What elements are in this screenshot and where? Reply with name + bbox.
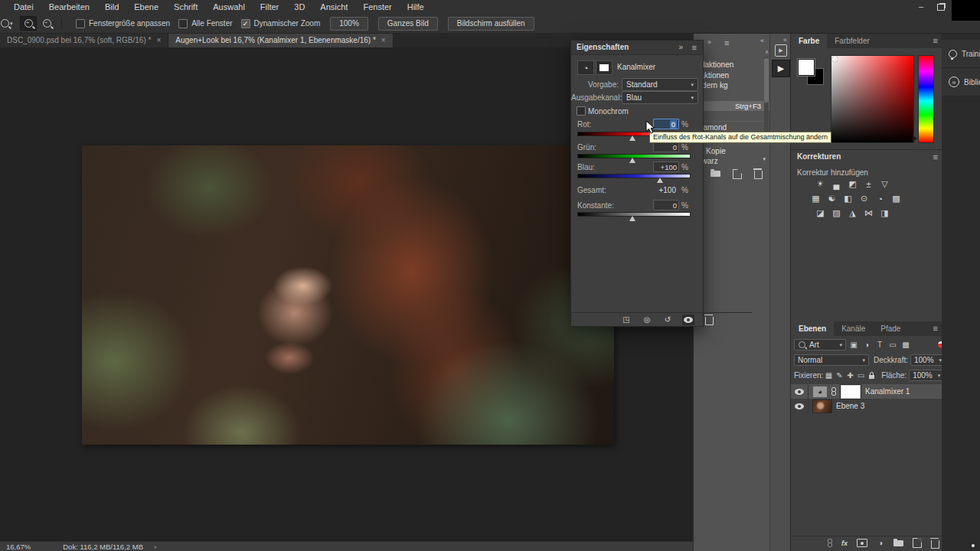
levels-icon[interactable]: ▄	[830, 178, 843, 190]
minimize-icon[interactable]: –	[919, 2, 923, 11]
panel-menu-icon[interactable]: ≡	[933, 152, 938, 161]
output-channel-dropdown[interactable]: Blau ▾	[622, 91, 698, 104]
filter-pixel-layers-icon[interactable]: ▣	[848, 340, 859, 350]
action-item[interactable]: ani Kopie	[694, 146, 766, 156]
green-value-field[interactable]: 0	[653, 142, 679, 152]
fill-screen-button[interactable]: Bildschirm ausfüllen	[448, 17, 534, 31]
document-image-portrait[interactable]	[82, 145, 614, 445]
delete-adjustment-icon[interactable]	[703, 315, 715, 325]
play-action-button[interactable]: ▶	[772, 60, 790, 77]
close-icon[interactable]: ×	[156, 36, 161, 44]
tab-ebenen[interactable]: Ebenen	[791, 321, 834, 336]
color-picker-marker[interactable]	[832, 57, 838, 62]
visibility-toggle-icon[interactable]	[682, 315, 694, 325]
zoom-in-button[interactable]: +	[20, 16, 37, 31]
brightness-contrast-icon[interactable]: ☀	[814, 178, 827, 190]
fit-screen-button[interactable]: Ganzes Bild	[378, 17, 438, 31]
layer-thumbnail[interactable]	[813, 400, 831, 412]
fill-dropdown[interactable]: 100% ▾	[909, 370, 944, 381]
lock-artboard-icon[interactable]: ▭	[855, 370, 866, 380]
color-lookup-icon[interactable]: ▩	[890, 193, 903, 204]
menu-datei[interactable]: Datei	[6, 0, 41, 14]
layer-row-ebene3[interactable]: Ebene 3	[791, 399, 942, 413]
properties-panel-header[interactable]: Eigenschaften » ≡	[571, 41, 703, 55]
zoom-level-field[interactable]: 16,67%	[6, 543, 31, 551]
panel-menu-icon[interactable]: ≡	[933, 324, 938, 333]
saturation-brightness-field[interactable]	[831, 55, 914, 143]
filter-shape-layers-icon[interactable]: ▭	[887, 340, 898, 350]
new-adjustment-layer-icon[interactable]: ◑	[877, 538, 884, 548]
action-item[interactable]: n aktionen	[694, 70, 766, 80]
threshold-icon[interactable]: ◮	[846, 207, 859, 219]
tab-farbe[interactable]: Farbe	[791, 34, 827, 48]
layer-mask-thumbnail[interactable]	[841, 385, 861, 399]
resize-windows-checkbox[interactable]: Fenstergröße anpassen	[76, 19, 170, 28]
menu-auswahl[interactable]: Auswahl	[205, 0, 253, 14]
close-icon[interactable]: ×	[381, 36, 386, 44]
menu-ansicht[interactable]: Ansicht	[312, 0, 355, 14]
menu-hilfe[interactable]: Hilfe	[400, 0, 432, 14]
action-item[interactable]: pudern kg	[694, 80, 766, 90]
preset-dropdown[interactable]: Standard ▾	[622, 78, 698, 91]
invert-icon[interactable]: ◪	[814, 207, 827, 219]
link-layers-icon[interactable]	[828, 539, 832, 547]
delete-icon[interactable]	[754, 171, 763, 179]
menu-ebene[interactable]: Ebene	[126, 0, 166, 14]
lock-transparent-pixels-icon[interactable]: ▦	[823, 370, 834, 380]
previous-state-icon[interactable]: ◎	[641, 315, 653, 325]
menu-schrift[interactable]: Schrift	[166, 0, 205, 14]
menu-bearbeiten[interactable]: Bearbeiten	[41, 0, 97, 14]
posterize-icon[interactable]: ▨	[830, 207, 843, 219]
add-mask-icon[interactable]	[857, 539, 867, 547]
lock-position-icon[interactable]: ✚	[844, 370, 855, 380]
scrubby-zoom-checkbox[interactable]: ✓ Dynamischer Zoom	[241, 19, 321, 28]
zoom-100-button[interactable]: 100%	[330, 17, 368, 31]
zoom-out-button[interactable]: −	[38, 16, 55, 31]
blue-slider-thumb[interactable]	[657, 178, 663, 183]
red-value-field[interactable]: 0	[653, 119, 679, 129]
chevron-down-icon[interactable]: ▾	[763, 156, 766, 162]
document-tab-2[interactable]: Augen+Look bei 16,7% (Kanalmixer 1, Eben…	[168, 33, 393, 47]
status-options-chevron[interactable]: ›	[154, 543, 156, 551]
layer-style-icon[interactable]: fx	[841, 540, 848, 547]
filter-type-layers-icon[interactable]: T	[874, 340, 885, 350]
panel-menu-icon[interactable]: ≡	[724, 38, 729, 47]
action-item-selected[interactable]: Strg+F3	[694, 101, 770, 111]
visibility-cell[interactable]	[791, 399, 808, 413]
panel-arrows-icon[interactable]: »	[707, 38, 711, 46]
menu-bild[interactable]: Bild	[97, 0, 126, 14]
vibrance-icon[interactable]: ▽	[878, 178, 891, 190]
document-tab-1[interactable]: DSC_0900.psd bei 16,7% (soft, RGB/16) * …	[0, 33, 168, 47]
green-slider-thumb[interactable]	[629, 158, 635, 163]
gradient-map-icon[interactable]: ◨	[878, 207, 891, 219]
action-item[interactable]: lla	[694, 90, 766, 100]
selective-color-icon[interactable]: ⋈	[862, 207, 875, 219]
hue-saturation-icon[interactable]: ▦	[809, 193, 822, 204]
lock-all-icon[interactable]	[866, 370, 877, 380]
delete-layer-icon[interactable]	[931, 540, 939, 549]
tab-farbfelder[interactable]: Farbfelder	[827, 34, 877, 48]
filter-adjustment-layers-icon[interactable]: ◑	[861, 340, 872, 350]
layer-name[interactable]: Kanalmixer 1	[865, 387, 910, 396]
constant-value-field[interactable]: 0	[653, 200, 679, 210]
panel-menu-icon[interactable]: ≡	[933, 36, 938, 45]
restore-icon[interactable]	[937, 4, 945, 12]
collapse-panels-icon[interactable]: «	[783, 36, 787, 44]
reset-icon[interactable]: ↺	[662, 315, 674, 325]
collapse-panels-icon[interactable]: «	[760, 37, 764, 44]
all-windows-checkbox[interactable]: Alle Fenster	[178, 19, 232, 28]
mask-badge-icon[interactable]	[596, 60, 612, 75]
curves-icon[interactable]: ◩	[846, 178, 859, 190]
layer-filter-dropdown[interactable]: Art ▾	[794, 339, 846, 350]
constant-slider-thumb[interactable]	[629, 216, 635, 221]
adjustment-layer-thumbnail[interactable]: ◕	[813, 386, 827, 397]
opacity-dropdown[interactable]: 100% ▾	[910, 354, 946, 366]
channel-mixer-icon[interactable]: ◔	[874, 193, 887, 204]
blue-value-field[interactable]: +100	[653, 161, 679, 172]
foreground-color-swatch[interactable]	[798, 59, 815, 76]
blue-slider[interactable]	[577, 174, 691, 178]
red-slider-thumb[interactable]	[629, 135, 635, 141]
visibility-cell[interactable]	[791, 384, 808, 399]
panel-menu-icon[interactable]: ≡	[692, 43, 697, 52]
new-set-folder-icon[interactable]	[710, 171, 720, 177]
